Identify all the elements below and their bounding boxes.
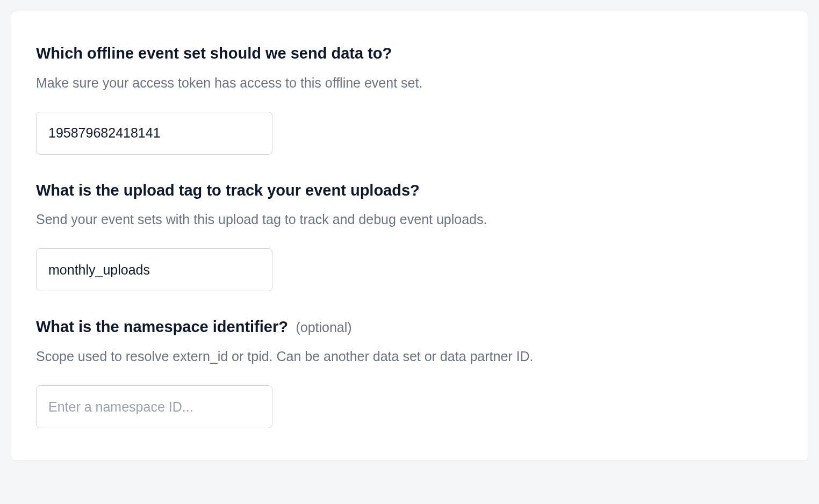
upload-tag-description: Send your event sets with this upload ta… (36, 210, 783, 229)
namespace-title: What is the namespace identifier? (36, 318, 288, 335)
event-set-title: Which offline event set should we send d… (36, 45, 392, 62)
upload-tag-input[interactable] (36, 248, 272, 291)
settings-card: Which offline event set should we send d… (11, 11, 808, 461)
namespace-field-group: What is the namespace identifier? (optio… (36, 317, 783, 428)
upload-tag-title: What is the upload tag to track your eve… (36, 182, 420, 199)
namespace-optional-label: (optional) (296, 320, 351, 335)
upload-tag-field-group: What is the upload tag to track your eve… (36, 181, 783, 292)
event-set-input[interactable] (36, 112, 272, 155)
namespace-description: Scope used to resolve extern_id or tpid.… (36, 347, 783, 366)
event-set-description: Make sure your access token has access t… (36, 74, 783, 92)
event-set-field-group: Which offline event set should we send d… (36, 44, 783, 155)
namespace-input[interactable] (36, 385, 272, 428)
